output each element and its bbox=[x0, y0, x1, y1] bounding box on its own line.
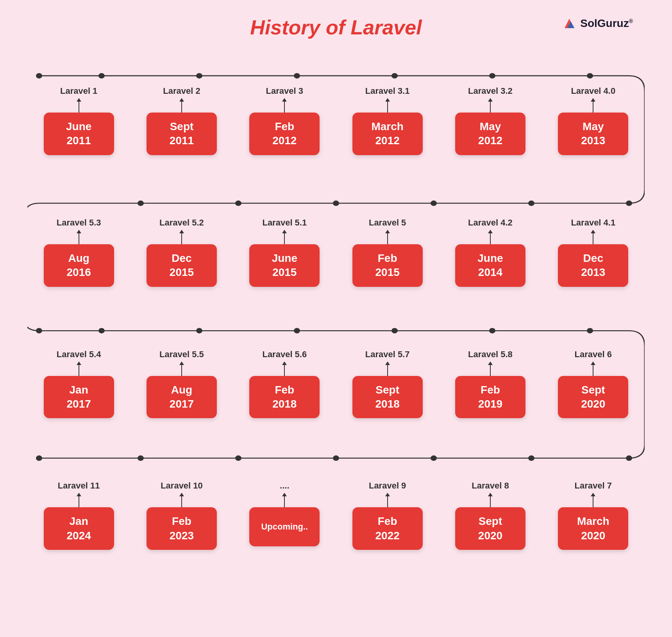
version-item-laravel5: Laravel 5 Feb 2015 bbox=[349, 218, 427, 287]
timeline-row-1: Laravel 1 June 2011 Laravel 2 Sept 2011 bbox=[27, 47, 645, 155]
arrow-upcoming bbox=[284, 493, 285, 507]
version-item-laravel10: Laravel 10 Feb 2023 bbox=[143, 481, 221, 550]
arrow-laravel3 bbox=[284, 98, 285, 113]
arrow-laravel56 bbox=[284, 362, 285, 376]
version-card-laravel52: Dec 2015 bbox=[147, 244, 217, 287]
version-item-laravel32: Laravel 3.2 May 2012 bbox=[451, 86, 529, 155]
arrow-laravel57 bbox=[387, 362, 388, 376]
version-label-laravel58: Laravel 5.8 bbox=[468, 349, 513, 360]
arrow-laravel53 bbox=[79, 230, 79, 244]
version-card-laravel3: Feb 2012 bbox=[249, 113, 320, 155]
timeline-row-3: Laravel 5.4 Jan 2017 Laravel 5.5 Aug 201… bbox=[27, 310, 645, 419]
version-card-laravel40: May 2013 bbox=[558, 113, 628, 155]
arrow-laravel52 bbox=[181, 230, 182, 244]
version-label-laravel41: Laravel 4.1 bbox=[571, 218, 615, 228]
version-card-laravel7: March 2020 bbox=[558, 507, 628, 550]
logo-text: SolGuruz® bbox=[580, 17, 633, 30]
version-label-laravel32: Laravel 3.2 bbox=[468, 86, 513, 96]
version-item-laravel52: Laravel 5.2 Dec 2015 bbox=[143, 218, 221, 287]
arrow-laravel7 bbox=[593, 493, 593, 507]
version-card-laravel8: Sept 2020 bbox=[455, 507, 525, 550]
logo-registered: ® bbox=[629, 18, 633, 24]
version-item-laravel31: Laravel 3.1 March 2012 bbox=[349, 86, 427, 155]
arrow-laravel11 bbox=[79, 493, 79, 507]
version-item-upcoming: .... Upcoming.. bbox=[245, 481, 323, 550]
version-item-laravel58: Laravel 5.8 Feb 2019 bbox=[451, 349, 529, 419]
header: History of Laravel SolGuruz® bbox=[23, 16, 649, 39]
version-card-laravel56: Feb 2018 bbox=[249, 376, 320, 419]
arrow-laravel58 bbox=[490, 362, 491, 376]
version-label-laravel40: Laravel 4.0 bbox=[571, 86, 615, 96]
version-card-laravel32: May 2012 bbox=[455, 113, 525, 155]
version-card-laravel11: Jan 2024 bbox=[44, 507, 114, 550]
version-card-upcoming: Upcoming.. bbox=[249, 507, 320, 546]
version-label-laravel56: Laravel 5.6 bbox=[262, 349, 307, 360]
arrow-laravel55 bbox=[181, 362, 182, 376]
version-label-laravel9: Laravel 9 bbox=[369, 481, 406, 491]
timeline-row-2: Laravel 5.3 Aug 2016 Laravel 5.2 Dec 201… bbox=[27, 179, 645, 287]
version-item-laravel42: Laravel 4.2 June 2014 bbox=[451, 218, 529, 287]
version-card-laravel10: Feb 2023 bbox=[147, 507, 217, 550]
version-label-laravel51: Laravel 5.1 bbox=[262, 218, 307, 228]
version-card-laravel9: Feb 2022 bbox=[352, 507, 423, 550]
arrow-laravel1 bbox=[79, 98, 79, 113]
arrow-laravel5 bbox=[387, 230, 388, 244]
version-card-laravel54: Jan 2017 bbox=[44, 376, 114, 419]
page-container: History of Laravel SolGuruz® bbox=[0, 0, 672, 637]
version-card-laravel58: Feb 2019 bbox=[455, 376, 525, 419]
version-label-laravel2: Laravel 2 bbox=[163, 86, 200, 96]
timeline-row-4: Laravel 11 Jan 2024 Laravel 10 Feb 2023 bbox=[27, 442, 645, 550]
version-item-laravel11: Laravel 11 Jan 2024 bbox=[40, 481, 118, 550]
version-item-laravel7: Laravel 7 March 2020 bbox=[554, 481, 632, 550]
version-card-laravel2: Sept 2011 bbox=[147, 113, 217, 155]
version-item-laravel51: Laravel 5.1 June 2015 bbox=[245, 218, 323, 287]
arrow-laravel8 bbox=[490, 493, 491, 507]
version-card-laravel6: Sept 2020 bbox=[558, 376, 628, 419]
version-label-laravel52: Laravel 5.2 bbox=[159, 218, 204, 228]
version-card-laravel31: March 2012 bbox=[352, 113, 423, 155]
arrow-laravel40 bbox=[593, 98, 593, 113]
version-item-laravel9: Laravel 9 Feb 2022 bbox=[349, 481, 427, 550]
arrow-laravel32 bbox=[490, 98, 491, 113]
arrow-laravel2 bbox=[181, 98, 182, 113]
arrow-laravel9 bbox=[387, 493, 388, 507]
version-item-laravel1: Laravel 1 June 2011 bbox=[40, 86, 118, 155]
version-label-laravel3: Laravel 3 bbox=[266, 86, 303, 96]
version-card-laravel55: Aug 2017 bbox=[147, 376, 217, 419]
arrow-laravel31 bbox=[387, 98, 388, 113]
version-label-upcoming: .... bbox=[280, 481, 289, 491]
logo-name: SolGuruz bbox=[580, 17, 629, 29]
logo: SolGuruz® bbox=[561, 16, 633, 31]
version-item-laravel2: Laravel 2 Sept 2011 bbox=[143, 86, 221, 155]
arrow-laravel41 bbox=[593, 230, 593, 244]
page-title: History of Laravel bbox=[250, 16, 422, 39]
version-label-laravel11: Laravel 11 bbox=[58, 481, 100, 491]
version-label-laravel57: Laravel 5.7 bbox=[365, 349, 410, 360]
version-card-laravel1: June 2011 bbox=[44, 113, 114, 155]
version-label-laravel6: Laravel 6 bbox=[575, 349, 612, 360]
version-item-laravel40: Laravel 4.0 May 2013 bbox=[554, 86, 632, 155]
version-card-laravel51: June 2015 bbox=[249, 244, 320, 287]
arrow-laravel6 bbox=[593, 362, 593, 376]
version-label-laravel7: Laravel 7 bbox=[575, 481, 612, 491]
version-item-laravel53: Laravel 5.3 Aug 2016 bbox=[40, 218, 118, 287]
version-label-laravel10: Laravel 10 bbox=[161, 481, 203, 491]
version-label-laravel54: Laravel 5.4 bbox=[57, 349, 101, 360]
version-item-laravel3: Laravel 3 Feb 2012 bbox=[245, 86, 323, 155]
version-label-laravel1: Laravel 1 bbox=[60, 86, 97, 96]
version-card-laravel42: June 2014 bbox=[455, 244, 525, 287]
version-card-laravel41: Dec 2013 bbox=[558, 244, 628, 287]
version-item-laravel55: Laravel 5.5 Aug 2017 bbox=[143, 349, 221, 419]
version-label-laravel5: Laravel 5 bbox=[369, 218, 406, 228]
version-label-laravel8: Laravel 8 bbox=[472, 481, 509, 491]
version-item-laravel8: Laravel 8 Sept 2020 bbox=[451, 481, 529, 550]
version-card-laravel5: Feb 2015 bbox=[352, 244, 423, 287]
version-item-laravel41: Laravel 4.1 Dec 2013 bbox=[554, 218, 632, 287]
version-card-laravel57: Sept 2018 bbox=[352, 376, 423, 419]
arrow-laravel10 bbox=[181, 493, 182, 507]
arrow-laravel42 bbox=[490, 230, 491, 244]
version-item-laravel6: Laravel 6 Sept 2020 bbox=[554, 349, 632, 419]
version-label-laravel55: Laravel 5.5 bbox=[159, 349, 204, 360]
arrow-laravel51 bbox=[284, 230, 285, 244]
version-label-laravel53: Laravel 5.3 bbox=[57, 218, 101, 228]
